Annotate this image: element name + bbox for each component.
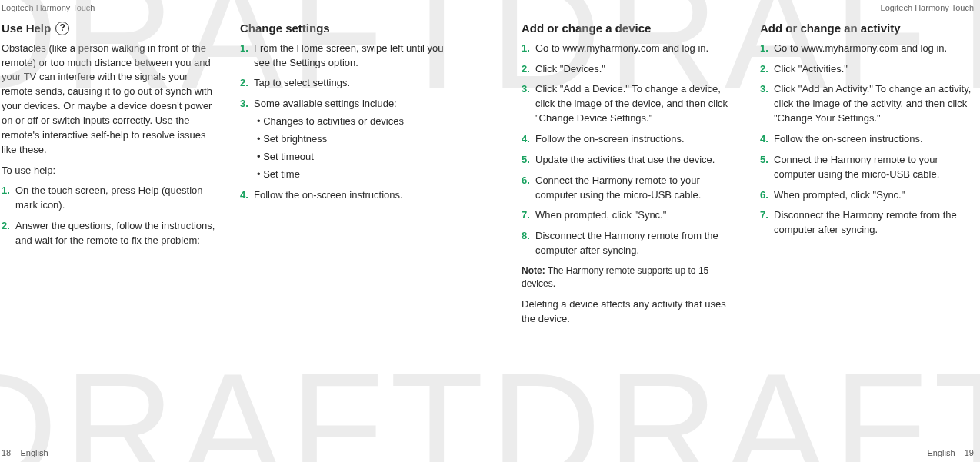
list-item: 2.Tap to select settings. [240,76,458,91]
content-area: Use Help ? Obstacles (like a person walk… [0,20,980,332]
add-device-title: Add or change a device [522,20,740,37]
list-item: 4.Follow the on-screen instructions. [522,132,740,147]
step-text: Click "Add a Device." To change a device… [535,83,728,124]
add-device-steps: 1.Go to www.myharmony.com and log in. 2.… [522,42,740,258]
list-item: 4.Follow the on-screen instructions. [240,188,458,203]
watermark-bottom: DRAFTDRAFT [0,339,980,462]
list-item: 1.Go to www.myharmony.com and log in. [522,42,740,56]
list-item: 1.From the Home screen, swipe left until… [240,42,458,71]
step-text: On the touch screen, press Help (questio… [15,184,203,211]
change-settings-steps: 1.From the Home screen, swipe left until… [240,42,458,203]
list-item: 7.When prompted, click "Sync." [522,208,740,223]
list-item: 1.On the touch screen, press Help (quest… [2,184,220,213]
step-text: Disconnect the Harmony remote from the c… [774,209,957,235]
list-item: 5.Connect the Harmony remote to your com… [760,153,978,182]
list-item: 4.Follow the on-screen instructions. [760,132,978,147]
step-text: Go to www.myharmony.com and log in. [774,42,947,54]
use-help-title-text: Use Help [2,20,51,37]
question-mark-icon: ? [55,22,69,35]
step-text: Follow the on-screen instructions. [774,133,923,145]
step-text: Answer the questions, follow the instruc… [15,220,215,246]
col-use-help: Use Help ? Obstacles (like a person walk… [2,20,220,332]
step-text: Follow the on-screen instructions. [535,133,685,145]
col-add-device: Add or change a device 1.Go to www.myhar… [522,20,740,332]
footer-left: 18 English [2,448,48,457]
change-settings-title: Change settings [240,20,458,37]
list-item: 5.Update the activities that use the dev… [522,153,740,168]
col-change-settings: Change settings 1.From the Home screen, … [240,20,458,332]
device-tail: Deleting a device affects any activity t… [522,297,740,327]
step-text: Update the activities that use the devic… [535,154,715,165]
header-right: Logitech Harmony Touch [881,3,974,12]
lang-right: English [927,448,955,457]
device-note: Note: The Harmony remote supports up to … [522,264,740,291]
list-item: 2.Answer the questions, follow the instr… [2,219,220,248]
page-num-right: 19 [965,448,974,457]
step-text: Tap to select settings. [254,77,350,88]
list-item: 7.Disconnect the Harmony remote from the… [760,208,978,238]
col-add-activity: Add or change an activity 1.Go to www.my… [760,20,978,332]
list-item: 6.When prompted, click "Sync." [760,188,978,203]
settings-sublist: Changes to activities or devices Set bri… [254,115,458,181]
step-text: Connect the Harmony remote to your compu… [774,154,939,180]
step-text: Click "Devices." [535,63,605,75]
note-label: Note: [522,265,545,276]
list-item: 1.Go to www.myharmony.com and log in. [760,42,978,56]
to-use-help-label: To use help: [2,164,220,178]
step-text: Disconnect the Harmony remote from the c… [535,230,718,256]
spread-gap [478,20,502,332]
list-item: 2.Click "Activities." [760,62,978,77]
step-text: When prompted, click "Sync." [535,209,666,221]
sublist-item: Set time [257,168,458,182]
header-left: Logitech Harmony Touch [2,3,95,12]
note-text: The Harmony remote supports up to 15 dev… [522,265,708,289]
use-help-steps: 1.On the touch screen, press Help (quest… [2,184,220,248]
lang-left: English [20,448,48,457]
page-header: Logitech Harmony Touch Logitech Harmony … [0,0,980,20]
use-help-intro: Obstacles (like a person walking in fron… [2,42,220,158]
page-num-left: 18 [2,448,11,457]
list-item: 3.Click "Add an Activity." To change an … [760,82,978,126]
step-text: From the Home screen, swipe left until y… [254,42,443,68]
step-text: Click "Activities." [774,63,848,75]
list-item: 2.Click "Devices." [522,62,740,77]
add-activity-steps: 1.Go to www.myharmony.com and log in. 2.… [760,42,978,238]
step-text: When prompted, click "Sync." [774,189,905,201]
page-footer: 18 English English 19 [2,448,974,457]
use-help-title: Use Help ? [2,20,220,37]
step-text: Click "Add an Activity." To change an ac… [774,83,971,124]
step-text: Connect the Harmony remote to your compu… [535,174,701,201]
footer-right: English 19 [927,448,974,457]
add-activity-title: Add or change an activity [760,20,978,37]
list-item: 6.Connect the Harmony remote to your com… [522,174,740,203]
step-text: Some available settings include: [254,98,397,109]
list-item: 3.Some available settings include: Chang… [240,97,458,181]
step-text: Follow the on-screen instructions. [254,189,403,201]
list-item: 3.Click "Add a Device." To change a devi… [522,82,740,126]
step-text: Go to www.myharmony.com and log in. [535,42,708,54]
sublist-item: Changes to activities or devices [257,115,458,129]
sublist-item: Set brightness [257,132,458,147]
list-item: 8.Disconnect the Harmony remote from the… [522,229,740,258]
sublist-item: Set timeout [257,150,458,165]
